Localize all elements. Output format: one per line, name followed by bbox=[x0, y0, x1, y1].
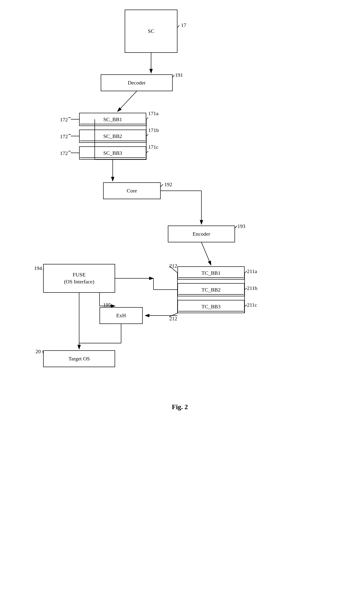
tc-bb2-box: TC_BB2 bbox=[177, 283, 245, 296]
exh-box: ExH bbox=[100, 307, 143, 324]
lbl-211c: 211c bbox=[247, 302, 257, 308]
encoder-label: Encoder bbox=[193, 231, 210, 237]
decoder-box: Decoder bbox=[101, 74, 173, 91]
sc-bb2-label: SC_BB2 bbox=[103, 133, 122, 139]
tc-bb3-label: TC_BB3 bbox=[201, 303, 220, 310]
lbl-171b: 171b bbox=[148, 127, 159, 133]
lbl-194: 194 bbox=[34, 265, 42, 271]
lbl-171a: 171a bbox=[148, 110, 159, 117]
tc-bb1-label: TC_BB1 bbox=[201, 270, 220, 276]
core-box: Core bbox=[103, 182, 161, 199]
target-os-box: Target OS bbox=[43, 350, 115, 367]
lbl-212b: 212 bbox=[169, 315, 177, 322]
lbl-191: 191 bbox=[175, 72, 183, 78]
lbl-193: 193 bbox=[237, 223, 245, 229]
tc-bb2-label: TC_BB2 bbox=[201, 287, 220, 293]
lbl-171c-tick bbox=[146, 151, 148, 153]
encoder-to-tcbb1-arrow bbox=[201, 242, 211, 265]
lbl-172a: 172 bbox=[60, 117, 68, 123]
fuse-box: FUSE (OS Interface) bbox=[43, 264, 115, 293]
sc-bb1-label: SC_BB1 bbox=[103, 116, 122, 123]
target-os-label: Target OS bbox=[68, 356, 90, 362]
sc-bb1-box: SC_BB1 bbox=[79, 113, 146, 126]
sc-label: SC bbox=[148, 28, 154, 34]
lbl-171c: 171c bbox=[148, 144, 159, 150]
lbl-211b-tick bbox=[245, 288, 247, 290]
tc-bb1-box: TC_BB1 bbox=[177, 266, 245, 279]
lbl-211c-tick bbox=[245, 305, 247, 306]
sc-box: SC bbox=[125, 10, 177, 53]
lbl-195: 195 bbox=[103, 302, 111, 308]
lbl17-tick bbox=[177, 25, 179, 28]
lbl-171b-tick bbox=[146, 134, 148, 136]
lbl-211b: 211b bbox=[247, 285, 257, 291]
figure-caption: Fig. 2 bbox=[132, 403, 228, 411]
lbl-172b: 172 bbox=[60, 133, 68, 140]
lbl-172c: 172 bbox=[60, 150, 68, 156]
diagram-container: SC Decoder SC_BB1 SC_BB2 SC_BB3 Core Enc… bbox=[0, 0, 364, 603]
lbl-211a-tick bbox=[245, 271, 247, 273]
sc-bb2-box: SC_BB2 bbox=[79, 129, 146, 143]
tc-bb3-box: TC_BB3 bbox=[177, 300, 245, 313]
core-label: Core bbox=[127, 188, 137, 194]
decoder-to-scbb1-arrow bbox=[117, 91, 137, 112]
lbl-17: 17 bbox=[181, 22, 186, 28]
sc-bb3-label: SC_BB3 bbox=[103, 150, 122, 156]
encoder-box: Encoder bbox=[168, 226, 235, 242]
lbl-212a: 212 bbox=[169, 263, 177, 269]
decoder-label: Decoder bbox=[128, 80, 146, 86]
lbl191-tick bbox=[173, 75, 174, 77]
fuse-label: FUSE (OS Interface) bbox=[64, 271, 94, 285]
lbl-20: 20 bbox=[35, 348, 41, 355]
lbl-211a: 211a bbox=[247, 268, 257, 275]
exh-label: ExH bbox=[116, 313, 126, 319]
lbl192-tick bbox=[161, 184, 163, 187]
lbl-192: 192 bbox=[164, 181, 172, 188]
sc-bb3-box: SC_BB3 bbox=[79, 146, 146, 160]
lbl-171a-tick bbox=[146, 117, 148, 119]
